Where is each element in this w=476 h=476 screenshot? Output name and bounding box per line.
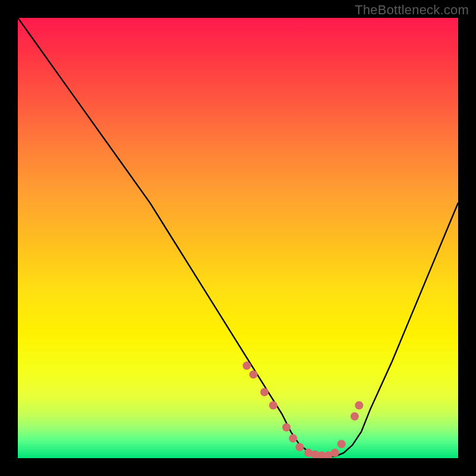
plot-area (18, 18, 458, 458)
watermark-text: TheBottleneck.com (355, 2, 469, 18)
curve-marker (249, 370, 258, 378)
curve-line (18, 18, 458, 456)
curve-marker (260, 388, 268, 396)
curve-marker (350, 412, 359, 421)
curve-marker (337, 440, 346, 448)
bottleneck-curve (18, 18, 458, 458)
curve-marker (331, 449, 339, 457)
curve-marker (269, 401, 277, 409)
curve-marker (243, 362, 251, 370)
curve-marker (289, 434, 298, 443)
curve-markers (243, 362, 364, 458)
chart-frame: TheBottleneck.com (0, 0, 476, 476)
curve-marker (355, 401, 364, 409)
curve-marker (296, 443, 304, 452)
curve-marker (282, 423, 290, 431)
